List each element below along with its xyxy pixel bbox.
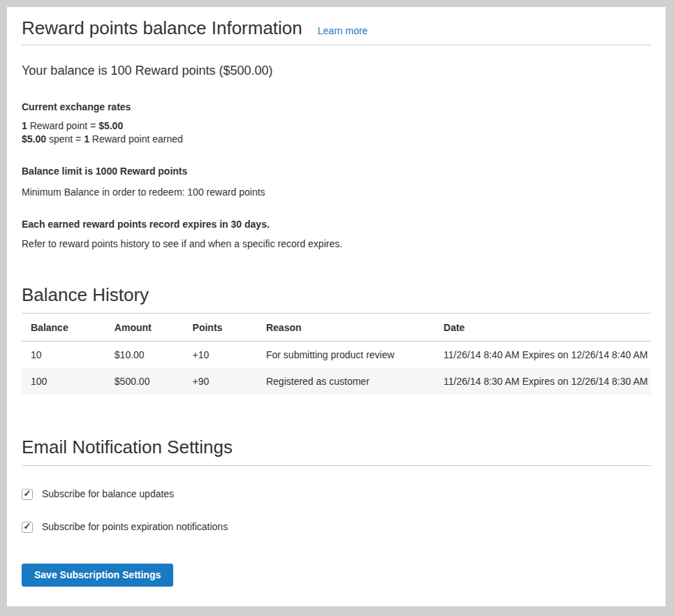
cell-date: 11/26/14 8:30 AM Expires on 12/26/14 8:3… (434, 368, 651, 395)
cell-reason: For submitting product review (257, 342, 434, 369)
reward-points-card: Reward points balance Information Learn … (7, 7, 666, 606)
column-header-reason: Reason (257, 314, 434, 342)
column-header-date: Date (434, 314, 651, 342)
balance-history-table: Balance Amount Points Reason Date 10 $10… (22, 314, 651, 395)
learn-more-link[interactable]: Learn more (318, 25, 368, 36)
cell-points: +10 (184, 342, 257, 369)
subscribe-balance-updates-row: Subscribe for balance updates (22, 487, 651, 501)
table-row: 100 $500.00 +90 Registered as customer 1… (22, 368, 651, 395)
cell-balance: 10 (22, 342, 105, 369)
cell-date: 11/26/14 8:40 AM Expires on 12/26/14 8:4… (434, 342, 651, 369)
table-row: 10 $10.00 +10 For submitting product rev… (22, 342, 651, 369)
exchange-rates-heading: Current exchange rates (22, 101, 651, 114)
rate-line-2: $5.00 spent = 1 Reward point earned (22, 133, 183, 145)
cell-amount: $10.00 (105, 342, 184, 369)
balance-history-heading: Balance History (22, 284, 651, 314)
subscribe-expiration-notifications-checkbox[interactable] (22, 522, 33, 533)
table-header-row: Balance Amount Points Reason Date (22, 314, 651, 342)
page-title: Reward points balance Information (22, 17, 302, 39)
rate-line-1: 1 Reward point = $5.00 (22, 120, 123, 131)
balance-limit-heading: Balance limit is 1000 Reward points (22, 165, 651, 178)
expiration-heading: Each earned reward points record expires… (22, 218, 651, 231)
cell-reason: Registered as customer (257, 368, 434, 395)
subscribe-balance-updates-checkbox[interactable] (22, 489, 33, 500)
minimum-balance-text: Minimum Balance in order to redeem: 100 … (22, 186, 651, 199)
expiration-note: Refer to reward points history to see if… (22, 237, 651, 251)
email-settings-heading: Email Notification Settings (22, 436, 651, 466)
balance-summary: Your balance is 100 Reward points ($500.… (22, 62, 651, 80)
column-header-points: Points (184, 314, 257, 342)
subscribe-expiration-notifications-label: Subscribe for points expiration notifica… (42, 520, 228, 534)
column-header-balance: Balance (22, 314, 105, 342)
column-header-amount: Amount (105, 314, 184, 342)
cell-amount: $500.00 (105, 368, 184, 395)
page-header: Reward points balance Information Learn … (22, 17, 651, 45)
cell-points: +90 (184, 368, 257, 395)
subscribe-expiration-notifications-row: Subscribe for points expiration notifica… (22, 520, 651, 534)
save-subscription-settings-button[interactable]: Save Subscription Settings (22, 564, 173, 587)
cell-balance: 100 (22, 368, 105, 395)
subscribe-balance-updates-label: Subscribe for balance updates (42, 487, 174, 501)
exchange-rate-lines: 1 Reward point = $5.00 $5.00 spent = 1 R… (22, 119, 651, 146)
